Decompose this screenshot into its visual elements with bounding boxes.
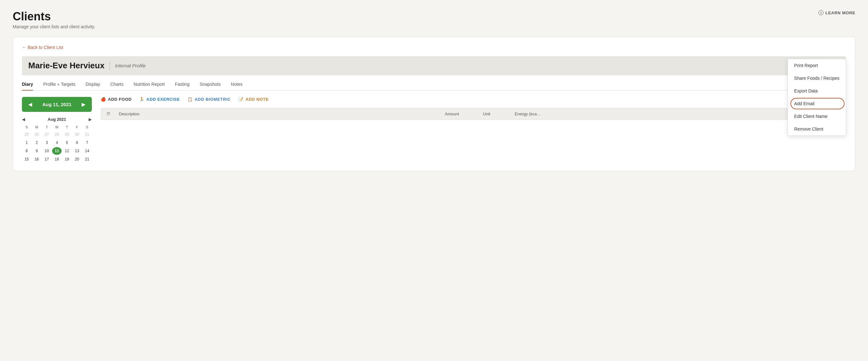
content-area: ◀ Aug 11, 2021 ▶ ◀ Aug 2021 ▶ S M (22, 97, 846, 163)
cal-day-13[interactable]: 13 (72, 147, 82, 155)
col-icon: ⏱ (106, 112, 119, 116)
cal-day-9[interactable]: 9 (32, 147, 42, 155)
cal-day-19[interactable]: 19 (62, 155, 72, 163)
tab-profile-plus-targets[interactable]: Profile + Targets (43, 79, 75, 91)
action-buttons-row: 🍎 ADD FOOD 🏃 ADD EXERCISE 📋 ADD BIOMETRI… (101, 97, 846, 102)
diary-table-header: ⏱ Description Amount Unit Energy (kca… (101, 108, 846, 120)
cal-day-20[interactable]: 20 (72, 155, 82, 163)
tab-fasting[interactable]: Fasting (175, 79, 190, 91)
calendar-grid: S M T W T F S 25 26 27 28 29 30 (22, 124, 92, 163)
cal-day-25[interactable]: 25 (22, 130, 31, 138)
date-prev-button[interactable]: ◀ (27, 101, 33, 108)
cal-day-29[interactable]: 29 (62, 130, 72, 138)
col-unit: Unit (483, 112, 515, 116)
dropdown-menu: Print Report Share Foods / Recipes Expor… (787, 59, 846, 136)
left-panel: ◀ Aug 11, 2021 ▶ ◀ Aug 2021 ▶ S M (22, 97, 92, 163)
tab-diary[interactable]: Diary (22, 79, 33, 91)
note-icon: 📝 (238, 97, 244, 102)
client-header: Marie-Eve Hervieux Internal Profile ⋮ (22, 56, 846, 75)
cal-day-21[interactable]: 21 (82, 155, 92, 163)
col-description: Description (119, 112, 445, 116)
tab-notes[interactable]: Notes (231, 79, 243, 91)
cal-day-30[interactable]: 30 (72, 130, 82, 138)
cal-day-14[interactable]: 14 (82, 147, 92, 155)
client-profile-type: Internal Profile (115, 63, 146, 68)
add-exercise-button[interactable]: 🏃 ADD EXERCISE (139, 97, 180, 102)
client-name: Marie-Eve Hervieux (28, 61, 104, 70)
cal-day-1[interactable]: 1 (22, 139, 31, 147)
tab-nutrition-report[interactable]: Nutrition Report (133, 79, 164, 91)
calendar-header: ◀ Aug 2021 ▶ (22, 117, 92, 122)
tab-snapshots[interactable]: Snapshots (199, 79, 220, 91)
add-biometric-button[interactable]: 📋 ADD BIOMETRIC (187, 97, 231, 102)
mini-calendar: ◀ Aug 2021 ▶ S M T W T F S 25 (22, 117, 92, 163)
dropdown-print-report[interactable]: Print Report (788, 59, 846, 72)
back-to-client-list-link[interactable]: ← Back to Client List (22, 45, 63, 50)
cal-day-18[interactable]: 18 (52, 155, 62, 163)
cal-day-header-t2: T (62, 124, 72, 130)
cal-day-header-f: F (72, 124, 82, 130)
dropdown-remove-client[interactable]: Remove Client (788, 123, 846, 136)
cal-month-label: Aug 2021 (48, 117, 66, 122)
right-panel: 🍎 ADD FOOD 🏃 ADD EXERCISE 📋 ADD BIOMETRI… (101, 97, 846, 163)
client-name-section: Marie-Eve Hervieux Internal Profile (28, 61, 146, 70)
add-food-button[interactable]: 🍎 ADD FOOD (101, 97, 131, 102)
cal-day-header-w: W (52, 124, 62, 130)
title-section: Clients Manage your client lists and cli… (13, 10, 95, 29)
dropdown-add-email[interactable]: Add Email (788, 97, 846, 110)
cal-day-header-s2: S (82, 124, 92, 130)
cal-day-7[interactable]: 7 (82, 139, 92, 147)
exercise-icon: 🏃 (139, 97, 145, 102)
biometric-icon: 📋 (187, 97, 193, 102)
cal-next-button[interactable]: ▶ (89, 117, 92, 122)
dropdown-export-data[interactable]: Export Data (788, 85, 846, 97)
page-header: Clients Manage your client lists and cli… (13, 10, 855, 29)
cal-day-10[interactable]: 10 (42, 147, 52, 155)
tab-charts[interactable]: Charts (110, 79, 123, 91)
cal-day-11-selected[interactable]: 11 (52, 147, 62, 155)
cal-day-header-s1: S (22, 124, 31, 130)
food-icon: 🍎 (101, 97, 106, 102)
date-navigator: ◀ Aug 11, 2021 ▶ (22, 97, 92, 112)
tab-display[interactable]: Display (86, 79, 100, 91)
cal-day-12[interactable]: 12 (62, 147, 72, 155)
current-date: Aug 11, 2021 (42, 102, 71, 107)
dropdown-edit-client-name[interactable]: Edit Client Name (788, 110, 846, 123)
main-card: ← Back to Client List Marie-Eve Hervieux… (13, 37, 855, 171)
col-amount: Amount (445, 112, 483, 116)
cal-day-17[interactable]: 17 (42, 155, 52, 163)
cal-day-16[interactable]: 16 (32, 155, 42, 163)
page-title: Clients (13, 10, 95, 23)
learn-more-button[interactable]: i LEARN MORE (818, 10, 855, 15)
cal-day-5[interactable]: 5 (62, 139, 72, 147)
info-icon: i (818, 10, 824, 15)
cal-day-8[interactable]: 8 (22, 147, 31, 155)
name-divider (110, 61, 110, 70)
cal-day-header-t1: T (42, 124, 52, 130)
add-note-button[interactable]: 📝 ADD NOTE (238, 97, 269, 102)
tabs-row: DiaryProfile + TargetsDisplayChartsNutri… (22, 75, 846, 91)
cal-day-2[interactable]: 2 (32, 139, 42, 147)
cal-prev-button[interactable]: ◀ (22, 117, 25, 122)
cal-day-31[interactable]: 31 (82, 130, 92, 138)
page-subtitle: Manage your client lists and client acti… (13, 24, 95, 29)
cal-day-27[interactable]: 27 (42, 130, 52, 138)
cal-day-header-m: M (32, 124, 42, 130)
dropdown-share-foods[interactable]: Share Foods / Recipes (788, 72, 846, 85)
cal-day-4[interactable]: 4 (52, 139, 62, 147)
cal-day-6[interactable]: 6 (72, 139, 82, 147)
cal-day-3[interactable]: 3 (42, 139, 52, 147)
cal-day-15[interactable]: 15 (22, 155, 31, 163)
cal-day-26[interactable]: 26 (32, 130, 42, 138)
date-next-button[interactable]: ▶ (81, 101, 87, 108)
cal-day-28[interactable]: 28 (52, 130, 62, 138)
